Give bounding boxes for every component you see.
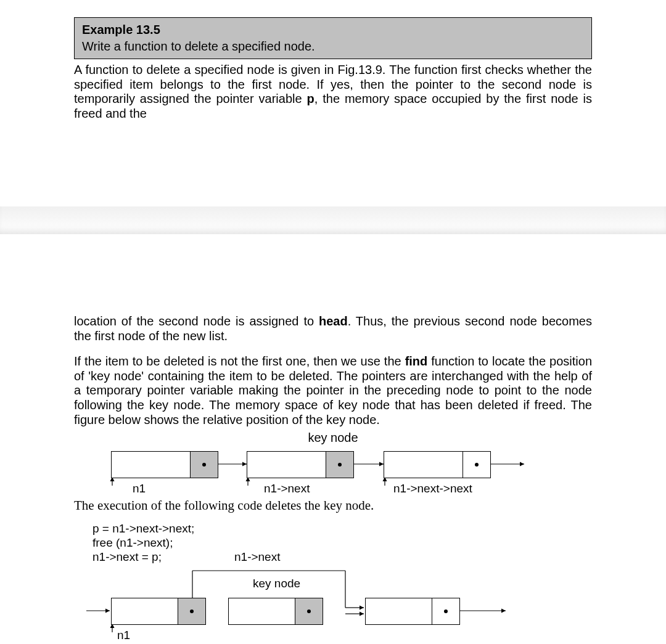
figure2-caption: key node: [253, 577, 300, 590]
node-n1-next-next: [384, 451, 491, 478]
para2-text-a: location of the second node is assigned …: [74, 314, 319, 328]
pointer-dot-icon: [307, 609, 311, 613]
code-and-figure2: p = n1->next->next; free (n1->next); n1-…: [74, 522, 592, 644]
pointer-dot-icon: [190, 609, 194, 613]
page-divider-band: [0, 206, 666, 234]
bottom-content: location of the second node is assigned …: [74, 314, 592, 644]
node-n1: [111, 451, 218, 478]
document-page: Example 13.5 Write a function to delete …: [0, 0, 666, 644]
fig2-node-key: [228, 598, 323, 625]
example-box: Example 13.5 Write a function to delete …: [74, 17, 592, 59]
example-description: Write a function to delete a specified n…: [75, 38, 591, 55]
fig2-node-after: [365, 598, 460, 625]
paragraph-3: If the item to be deleted is not the fir…: [74, 354, 592, 427]
code-line-1: p = n1->next->next;: [92, 522, 592, 536]
example-title: Example 13.5: [75, 20, 591, 38]
paragraph-2: location of the second node is assigned …: [74, 314, 592, 343]
code-line-2: free (n1->next);: [92, 536, 592, 550]
pointer-dot-icon: [202, 463, 206, 467]
sentence-execution: The execution of the following code dele…: [74, 498, 374, 513]
para3-text-a: If the item to be deleted is not the fir…: [74, 354, 405, 368]
fig2-label-n1: n1: [117, 629, 130, 642]
code-block: p = n1->next->next; free (n1->next); n1-…: [92, 522, 592, 564]
top-content: Example 13.5 Write a function to delete …: [74, 0, 592, 121]
para1-bold-p: p: [307, 92, 314, 105]
paragraph-1: A function to delete a specified node is…: [74, 63, 592, 121]
label-n1-next: n1->next: [264, 482, 310, 495]
fig2-node-n1: [111, 598, 206, 625]
figure1-caption: key node: [74, 431, 592, 445]
label-n1-next-next: n1->next->next: [393, 482, 472, 495]
figure-2: key node n1: [74, 565, 592, 644]
pointer-dot-icon: [475, 463, 479, 467]
pointer-dot-icon: [338, 463, 342, 467]
figure2-top-label: n1->next: [234, 550, 280, 564]
para3-bold-find: find: [405, 354, 428, 368]
node-n1-next: [247, 451, 354, 478]
para2-bold-head: head: [319, 314, 348, 328]
label-n1: n1: [133, 482, 146, 495]
pointer-dot-icon: [444, 609, 448, 613]
code-line-3: n1->next = p;: [92, 550, 592, 565]
